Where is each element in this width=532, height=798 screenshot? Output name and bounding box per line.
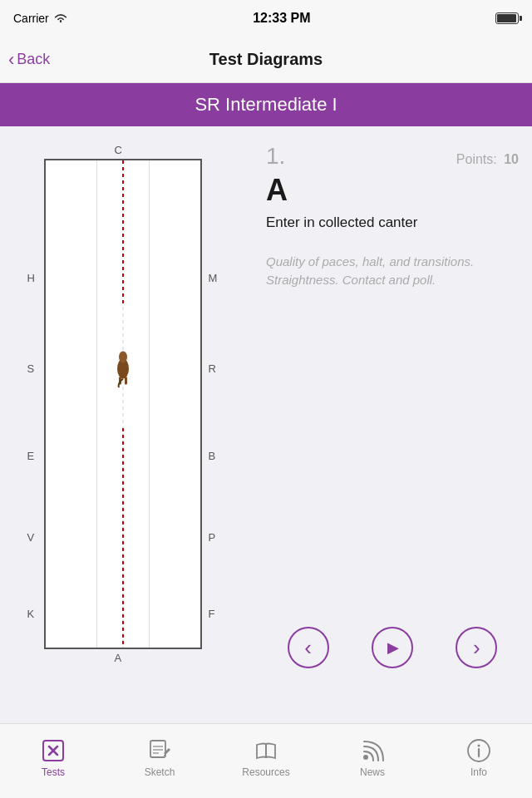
info-icon <box>466 738 491 763</box>
guide-line-left <box>96 160 97 648</box>
news-icon <box>360 738 385 763</box>
svg-rect-3 <box>125 377 127 385</box>
prev-button[interactable]: ‹ <box>288 627 329 668</box>
resources-icon <box>254 738 278 763</box>
letter-R: R <box>209 362 216 375</box>
tab-news-label: News <box>360 766 385 778</box>
tab-sketch[interactable]: Sketch <box>106 724 213 798</box>
purple-header: SR Intermediate I <box>0 83 532 126</box>
tab-bar: Tests Sketch Resources <box>0 723 532 798</box>
path-line-top <box>122 160 124 307</box>
letter-V: V <box>27 531 35 544</box>
next-icon: › <box>473 637 480 658</box>
battery-icon <box>495 12 519 24</box>
status-bar: Carrier 12:33 PM <box>0 0 532 37</box>
movement-letter: A <box>266 173 519 208</box>
back-label: Back <box>17 51 50 68</box>
svg-point-12 <box>363 755 368 760</box>
battery-indicator <box>495 12 519 24</box>
nav-title: Test Diagrams <box>209 50 323 69</box>
letter-F: F <box>209 608 215 620</box>
next-button[interactable]: › <box>456 627 497 668</box>
movement-header-row: 1. Points: 10 <box>266 143 519 170</box>
play-icon: ▶ <box>387 638 399 657</box>
points-label: Points: <box>456 152 497 166</box>
letter-P: P <box>209 531 216 544</box>
arena-rectangle <box>44 159 202 649</box>
svg-point-1 <box>119 352 127 363</box>
tab-news[interactable]: News <box>319 724 426 798</box>
play-button[interactable]: ▶ <box>372 627 413 668</box>
tab-resources[interactable]: Resources <box>213 724 319 798</box>
main-content: C H G M S R E B V P K D F A <box>0 126 532 682</box>
back-button[interactable]: ‹ Back <box>8 49 50 71</box>
carrier-wifi: Carrier <box>13 12 68 25</box>
letter-E: E <box>27 450 35 462</box>
nav-buttons: ‹ ▶ › <box>266 618 519 668</box>
status-time: 12:33 PM <box>253 11 310 26</box>
tab-resources-label: Resources <box>242 766 289 778</box>
sketch-icon <box>147 738 172 763</box>
test-name-title: SR Intermediate I <box>195 94 337 116</box>
letter-A: A <box>115 652 122 664</box>
carrier-label: Carrier <box>13 12 49 25</box>
points-display: Points: 10 <box>456 152 519 167</box>
points-value: 10 <box>504 152 519 166</box>
letter-B: B <box>209 450 216 462</box>
svg-rect-7 <box>150 741 165 757</box>
svg-point-14 <box>478 744 480 746</box>
horse-figure <box>111 342 135 388</box>
letter-C: C <box>115 144 122 156</box>
wifi-icon <box>53 12 68 24</box>
tab-sketch-label: Sketch <box>145 766 175 778</box>
letter-K: K <box>27 608 35 620</box>
movement-description: Enter in collected canter <box>266 213 519 233</box>
movement-notes: Quality of paces, halt, and transitions.… <box>266 253 519 290</box>
path-line-bottom <box>122 428 124 648</box>
back-chevron-icon: ‹ <box>8 49 14 71</box>
tab-info[interactable]: Info <box>426 724 532 798</box>
tab-tests[interactable]: Tests <box>0 724 106 798</box>
arena-wrapper: C H G M S R E B V P K D F A <box>27 142 239 666</box>
tab-info-label: Info <box>470 766 487 778</box>
nav-bar: ‹ Back Test Diagrams <box>0 37 532 83</box>
letter-S: S <box>27 362 35 375</box>
letter-M: M <box>209 272 218 284</box>
right-panel: 1. Points: 10 A Enter in collected cante… <box>258 126 532 682</box>
tab-tests-label: Tests <box>42 766 65 778</box>
arena-container: C H G M S R E B V P K D F A <box>0 126 258 682</box>
guide-line-right <box>149 160 150 648</box>
letter-H: H <box>27 272 35 284</box>
tests-icon <box>41 738 66 763</box>
prev-icon: ‹ <box>304 637 312 658</box>
movement-number: 1. <box>266 143 285 170</box>
